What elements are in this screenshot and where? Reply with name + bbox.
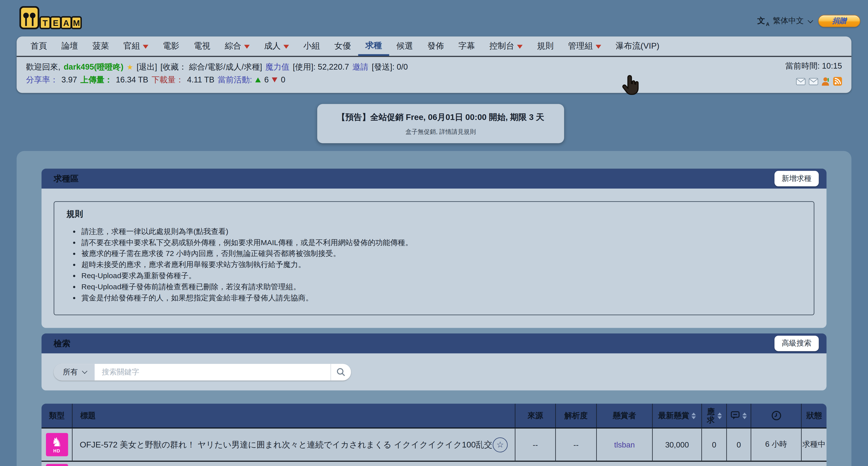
search-submit-button[interactable] [331,364,351,380]
nav-item-publish[interactable]: 發佈 [420,36,451,56]
magic-points-link[interactable]: 魔力值 [266,61,289,73]
chevron-down-icon [82,368,87,374]
donate-button[interactable]: 捐贈 [818,15,860,27]
main-nav: 首頁 論壇 菠菜 官組 電影 電視 綜合 成人 小組 女優 求種 候選 發佈 字… [17,36,851,57]
col-requester: 懸賞者 [597,404,653,428]
invite-value: [發送]: 0/0 [372,61,408,73]
col-bounty-sortable[interactable]: 最新懸賞 [653,404,702,428]
svg-text:T: T [42,19,48,28]
username-link[interactable]: dark495(噔噔咚) [64,61,124,73]
nav-item-bocai[interactable]: 菠菜 [85,36,116,56]
nav-item-seed-request[interactable]: 求種 [358,36,389,56]
rule-item: 請注意，求種一律以此處規則為準(點我查看) [81,226,802,237]
nav-item-adult[interactable]: 成人 [257,36,296,56]
nav-item-general[interactable]: 綜合 [218,36,257,56]
nav-item-actress[interactable]: 女優 [327,36,358,56]
requests-table: 類型 標題 來源 解析度 懸賞者 最新懸賞 應求 [41,404,827,466]
status-cell: 求種中 [802,429,827,461]
current-time: 當前時間: 10:15 [785,61,842,71]
magic-points-value: [使用]: 52,220.7 [293,61,349,73]
nav-item-home[interactable]: 首頁 [23,36,54,56]
responses-cell: 0 [702,429,727,461]
add-request-button[interactable]: 新增求種 [774,171,818,186]
search-section: 檢索 高級搜索 所有 [41,333,827,391]
comment-icon [731,411,740,420]
category-av-hd-badge[interactable]: ♞ HD [46,433,68,456]
favorite-star-button[interactable]: ☆ [493,437,507,452]
nav-item-candidates[interactable]: 候選 [389,36,420,56]
sort-icons[interactable] [742,412,747,419]
dropdown-caret-icon [143,45,148,48]
promo-notice-subtitle: 盒子無促銷, 詳情請見規則 [317,128,564,136]
table-row: ♞ HD OFJE-572 美女と野獣の群れ！ ヤリたい男達に囲まれ次々と連続で… [41,429,827,462]
rules-list: 請注意，求種一律以此處規則為準(點我查看) 請不要在求種中要求私下交易或額外傳種… [81,226,802,304]
rules-box: 規則 請注意，求種一律以此處規則為準(點我查看) 請不要在求種中要求私下交易或額… [54,201,814,315]
top-header: TEAM 文A 繁体中文 捐贈 [0,0,868,36]
main-content: 求種區 新增求種 規則 請注意，求種一律以此處規則為準(點我查看) 請不要在求種… [17,151,851,466]
inbox-envelope-icon[interactable] [796,78,805,85]
nav-item-rules[interactable]: 規則 [530,36,561,56]
nav-item-official-group[interactable]: 官組 [116,36,156,56]
download-value: 4.11 TB [187,73,214,87]
search-bar: 所有 [54,364,351,380]
activity-label: 當前活動: [218,73,252,87]
nav-item-control-panel[interactable]: 控制台 [482,36,530,56]
dropdown-caret-icon [596,45,601,48]
col-source: 來源 [516,404,556,428]
request-title-link[interactable]: OFJE-572 美女と野獣の群れ！ ヤリたい男達に囲まれ次々と連続でイカされま… [80,439,492,450]
category-cell: ♞ HD [41,429,72,461]
nav-item-forum[interactable]: 論壇 [54,36,85,56]
col-comments-sortable[interactable] [727,404,751,428]
chevron-down-icon [808,18,813,23]
col-type: 類型 [41,404,72,428]
mteam-logo-icon: TEAM [19,6,82,29]
nav-item-groups[interactable]: 小組 [296,36,327,56]
rule-item: 超時未接受的應求，應求者應利用舉報要求站方強制執行給予魔力。 [81,259,802,270]
search-category-select[interactable]: 所有 [54,364,95,380]
upload-value: 16.34 TB [116,73,148,87]
nav-item-movies[interactable]: 電影 [156,36,187,56]
download-label: 下載量： [152,73,184,87]
svg-text:E: E [53,19,58,28]
dropdown-caret-icon [244,45,250,48]
ratio-value: 3.97 [62,73,77,87]
bounty-cell: 30,000 [653,429,702,461]
col-responses-sortable[interactable]: 應求 [702,404,727,428]
advanced-search-button[interactable]: 高級搜索 [774,336,818,351]
friends-user-icon[interactable] [822,77,830,86]
search-input[interactable] [95,364,330,380]
logout-link[interactable]: [退出] [137,61,157,73]
col-title: 標題 [73,404,516,428]
search-body: 所有 [41,354,827,391]
rule-item: 請不要在求種中要求私下交易或額外傳種，例如要求用MAIL傳種，或是不利用網站發佈… [81,237,802,248]
requester-link[interactable]: tlsban [597,429,653,461]
rule-item: 被應求的種子需在應求後 72 小時內回應，否則無論正確與否都將被強制接受。 [81,248,802,259]
mteam-logo[interactable]: TEAM [19,6,82,32]
section-title: 求種區 [54,173,79,184]
nav-item-subtitles[interactable]: 字幕 [451,36,482,56]
col-time [751,404,802,428]
table-header-row: 類型 標題 來源 解析度 懸賞者 最新懸賞 應求 [41,404,827,429]
nav-item-waterfall-vip[interactable]: 瀑布流(VIP) [608,36,666,56]
language-label: 繁体中文 [773,16,804,26]
promo-notice-title: 【預告】全站促銷 Free, 06月01日 00:00 開始, 期限 3 天 [317,112,564,123]
user-info-line-1: 歡迎回來, dark495(噔噔咚) ★ [退出] [收藏： 綜合/電影/成人/… [26,61,842,73]
rule-item: 賞金是付給發佈種子的人，如果想指定賞金給非種子發佈人請先協商。 [81,293,802,304]
dropdown-caret-icon [517,45,523,48]
sort-icons[interactable] [691,412,696,419]
nav-user-panel: 首頁 論壇 菠菜 官組 電影 電視 綜合 成人 小組 女優 求種 候選 發佈 字… [17,36,851,93]
category-badge [46,464,68,466]
upload-label: 上傳量： [80,73,113,87]
comments-cell: 0 [727,429,751,461]
rss-icon[interactable] [833,77,842,86]
leeching-count: 0 [281,73,285,87]
favorites-links[interactable]: [收藏： 綜合/電影/成人/求種] [160,61,262,73]
sentbox-envelope-icon[interactable] [809,78,818,85]
dropdown-caret-icon [283,45,289,48]
nav-item-admin-group[interactable]: 管理組 [561,36,609,56]
invite-link[interactable]: 邀請 [352,61,368,73]
nav-item-tv[interactable]: 電視 [187,36,217,56]
sort-icons[interactable] [717,412,722,419]
language-selector[interactable]: 文A 繁体中文 [757,16,812,26]
rules-title: 規則 [66,209,802,220]
